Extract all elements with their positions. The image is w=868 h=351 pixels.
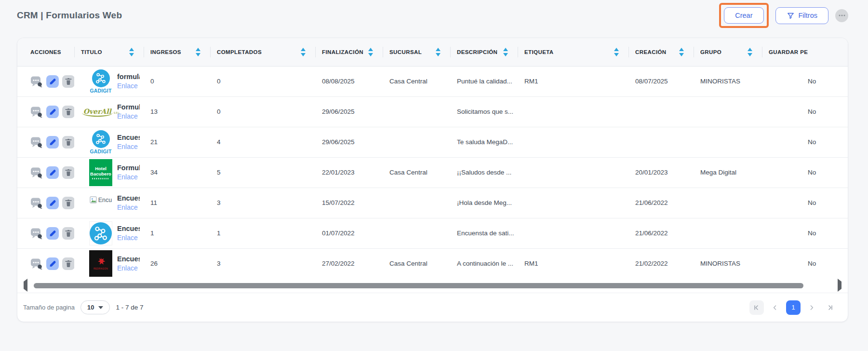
delete-button[interactable] — [62, 75, 74, 88]
comment-button[interactable] — [30, 227, 43, 240]
table-row: REDRAGON — [17, 248, 848, 278]
cell-ingresos: 26 — [144, 248, 210, 278]
comment-icon — [30, 75, 43, 88]
comment-button[interactable] — [30, 166, 43, 179]
column-header-etiqueta: ETIQUETA — [518, 38, 628, 66]
form-logo: Encu — [89, 202, 113, 204]
cell-creacion — [628, 96, 694, 127]
first-page-button[interactable] — [749, 300, 764, 315]
page-size-select[interactable]: 10 — [80, 300, 110, 314]
trash-icon — [62, 75, 74, 88]
form-title: Encuesta — [117, 194, 140, 202]
edit-button[interactable] — [46, 75, 59, 88]
enlace-link[interactable]: Enlace — [117, 264, 138, 272]
comment-button[interactable] — [30, 106, 43, 118]
enlace-link[interactable]: Enlace — [117, 173, 138, 181]
table-body: GADIGIT — [17, 66, 848, 278]
column-label: COMPLETADOS — [217, 49, 262, 55]
cell-grupo — [694, 218, 762, 248]
sort-arrows-icon[interactable] — [368, 48, 373, 56]
edit-button[interactable] — [46, 136, 59, 148]
last-page-button[interactable] — [823, 300, 837, 315]
filtros-button[interactable]: Filtros — [775, 7, 828, 24]
previous-page-button[interactable] — [768, 300, 782, 315]
delete-button[interactable] — [62, 166, 74, 179]
trash-icon — [62, 257, 74, 270]
sort-arrows-icon[interactable] — [614, 48, 619, 56]
pagination: 1 — [749, 300, 837, 315]
comment-icon — [30, 106, 43, 118]
comment-button[interactable] — [30, 75, 43, 88]
column-header-finalizacion: FINALIZACIÓN — [315, 38, 383, 66]
pencil-icon — [46, 75, 59, 88]
enlace-link[interactable]: Enlace — [117, 112, 138, 120]
trash-icon — [62, 106, 74, 118]
column-label: FINALIZACIÓN — [322, 49, 363, 55]
scrollbar-track[interactable] — [33, 283, 832, 288]
enlace-link[interactable]: Enlace — [117, 234, 138, 242]
gadigital-logo: GADIGIT — [90, 130, 111, 154]
column-label: GRUPO — [700, 49, 721, 55]
sort-arrows-icon[interactable] — [748, 48, 752, 56]
cell-ingresos: 21 — [144, 127, 210, 157]
cell-guardar: No — [762, 66, 848, 96]
comment-button[interactable] — [30, 257, 43, 270]
cell-completados: 4 — [210, 127, 315, 157]
edit-button[interactable] — [46, 197, 59, 209]
more-options-button[interactable] — [835, 9, 848, 22]
sort-arrows-icon[interactable] — [679, 48, 684, 56]
delete-button[interactable] — [62, 106, 74, 118]
edit-button[interactable] — [46, 227, 59, 240]
enlace-link[interactable]: Enlace — [117, 143, 138, 150]
delete-button[interactable] — [62, 197, 74, 209]
table-row: OverAllS.R.L — [17, 96, 848, 127]
cell-descripcion: Encuensta de sati... — [450, 218, 518, 248]
next-page-button[interactable] — [804, 300, 819, 315]
network-logo — [89, 221, 112, 245]
horizontal-scrollbar — [17, 278, 848, 293]
column-label: DESCRIPCIÓN — [457, 49, 497, 55]
edit-button[interactable] — [46, 257, 59, 270]
form-logo: GADIGIT — [89, 130, 113, 154]
cell-descripcion: ¡¡Saludos desde ... — [450, 157, 518, 188]
column-header-grupo: GRUPO — [694, 38, 762, 66]
cell-completados: 3 — [210, 248, 315, 278]
sort-arrows-icon[interactable] — [301, 48, 306, 56]
enlace-link[interactable]: Enlace — [117, 82, 138, 90]
form-title: Formulario — [117, 164, 140, 172]
cell-etiqueta — [518, 218, 628, 248]
cell-guardar: No — [762, 188, 848, 218]
cell-finalizacion: 29/06/2025 — [315, 96, 383, 127]
enlace-link[interactable]: Enlace — [117, 203, 138, 211]
delete-button[interactable] — [62, 227, 74, 240]
table-row: HotelBacubero Formulario — [17, 157, 848, 188]
edit-button[interactable] — [46, 106, 59, 118]
chevron-down-icon — [98, 306, 103, 309]
overall-logo: OverAllS.R.L — [82, 107, 120, 117]
delete-button[interactable] — [62, 136, 74, 148]
delete-button[interactable] — [62, 257, 74, 270]
sort-arrows-icon[interactable] — [503, 48, 508, 56]
sort-arrows-icon[interactable] — [129, 48, 134, 56]
ellipsis-icon — [839, 14, 845, 16]
comment-button[interactable] — [30, 197, 43, 209]
edit-button[interactable] — [46, 166, 59, 179]
cell-guardar: No — [762, 218, 848, 248]
current-page-button[interactable]: 1 — [786, 300, 801, 315]
sort-arrows-icon[interactable] — [436, 48, 441, 56]
page-title: CRM | Formularios Web — [17, 10, 122, 21]
filtros-label: Filtros — [799, 12, 817, 19]
comment-icon — [30, 257, 43, 270]
scrollbar-thumb[interactable] — [34, 283, 803, 288]
cell-grupo: MINORISTAS — [694, 248, 762, 278]
column-label: CREACIÓN — [635, 49, 667, 55]
crear-button[interactable]: Crear — [724, 7, 763, 24]
form-title: Encuesta — [117, 225, 140, 232]
cell-sucursal — [383, 188, 450, 218]
column-label: TITULO — [81, 49, 102, 55]
cell-descripcion: Solicitamos que s... — [450, 96, 518, 127]
sort-arrows-icon[interactable] — [196, 48, 200, 56]
cell-finalizacion: 27/02/2022 — [315, 248, 383, 278]
comment-button[interactable] — [30, 136, 43, 148]
cell-completados: 3 — [210, 188, 315, 218]
